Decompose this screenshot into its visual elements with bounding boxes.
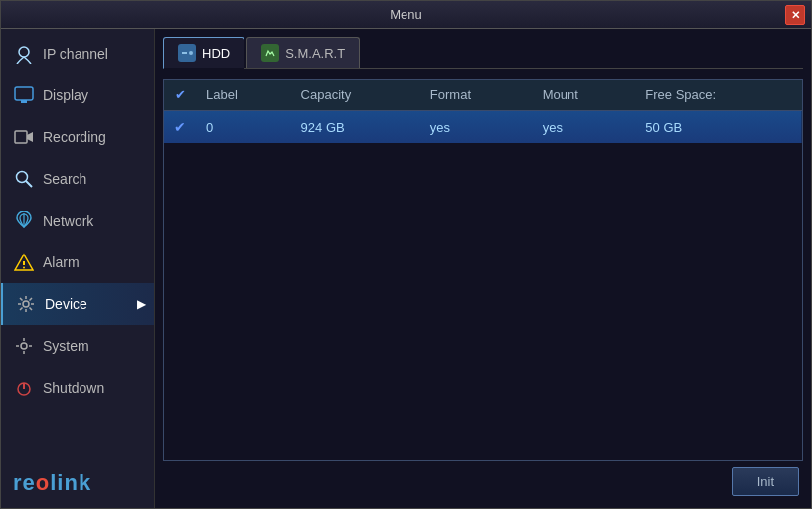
svg-point-12 (21, 343, 27, 349)
sidebar: IP channel Display Recording Search (1, 29, 155, 508)
table-header-freespace: Free Space: (635, 80, 802, 111)
tab-bar: HDD S.M.A.R.T (163, 37, 803, 69)
svg-point-16 (189, 51, 193, 55)
sidebar-item-ip-channel[interactable]: IP channel (1, 33, 154, 75)
sidebar-item-shutdown[interactable]: Shutdown (1, 367, 154, 409)
ip-channel-icon (13, 43, 35, 65)
sidebar-label-ip-channel: IP channel (43, 46, 108, 62)
bottom-bar: Init (163, 461, 803, 500)
sidebar-label-system: System (43, 338, 89, 354)
row-checkbox[interactable]: ✔ (164, 111, 196, 144)
tab-hdd[interactable]: HDD (163, 37, 244, 69)
svg-point-10 (23, 267, 25, 269)
table-header-label: Label (196, 80, 291, 111)
close-button[interactable]: ✕ (785, 5, 805, 25)
sidebar-label-display: Display (43, 87, 88, 103)
sidebar-label-search: Search (43, 171, 86, 187)
row-capacity: 924 GB (291, 111, 420, 144)
sidebar-label-recording: Recording (43, 129, 106, 145)
svg-point-11 (23, 301, 29, 307)
tab-smart[interactable]: S.M.A.R.T (246, 37, 360, 68)
svg-line-6 (26, 181, 32, 187)
search-icon (13, 168, 35, 190)
sidebar-item-recording[interactable]: Recording (1, 116, 154, 158)
display-icon (13, 85, 35, 106)
table-header-format: Format (420, 80, 533, 111)
recording-icon (13, 126, 35, 148)
svg-rect-1 (15, 87, 33, 100)
content-area: HDD S.M.A.R.T ✔ (155, 29, 811, 508)
table-header-row: ✔ Label Capacity Format Mount Free Space… (164, 80, 802, 111)
smart-tab-label: S.M.A.R.T (285, 46, 345, 61)
svg-rect-2 (21, 100, 27, 103)
sidebar-label-alarm: Alarm (43, 254, 80, 270)
init-button[interactable]: Init (732, 467, 799, 496)
smart-tab-icon (261, 44, 279, 62)
main-area: IP channel Display Recording Search (1, 29, 811, 508)
sidebar-item-search[interactable]: Search (1, 158, 154, 200)
svg-point-5 (17, 172, 28, 183)
logo-text: reolink (13, 470, 91, 496)
table-header-checkbox: ✔ (164, 80, 196, 111)
main-window: Menu ✕ IP channel Display Reco (0, 0, 812, 509)
hdd-table: ✔ Label Capacity Format Mount Free Space… (163, 79, 803, 461)
window-title: Menu (390, 7, 422, 22)
sidebar-item-device[interactable]: Device ▶ (1, 283, 154, 325)
table-header-capacity: Capacity (291, 80, 420, 111)
hdd-tab-label: HDD (202, 46, 230, 61)
sidebar-logo: reolink (1, 460, 154, 508)
sidebar-label-device: Device (45, 296, 87, 312)
device-arrow-icon: ▶ (137, 297, 146, 311)
shutdown-icon (13, 377, 35, 399)
svg-point-0 (19, 47, 29, 57)
row-label: 0 (196, 111, 291, 144)
table-header-mount: Mount (533, 80, 636, 111)
row-freespace: 50 GB (635, 111, 802, 144)
sidebar-item-alarm[interactable]: Alarm (1, 242, 154, 283)
system-icon (13, 335, 35, 357)
network-icon (13, 210, 35, 232)
row-format: yes (420, 111, 533, 144)
row-mount: yes (533, 111, 636, 144)
svg-rect-3 (15, 131, 27, 143)
sidebar-label-network: Network (43, 213, 93, 229)
sidebar-item-display[interactable]: Display (1, 75, 154, 116)
device-icon (15, 293, 37, 315)
svg-marker-4 (27, 132, 33, 142)
sidebar-item-network[interactable]: Network (1, 200, 154, 242)
title-bar: Menu ✕ (1, 1, 811, 29)
sidebar-item-system[interactable]: System (1, 325, 154, 367)
table-row[interactable]: ✔ 0 924 GB yes yes 50 GB (164, 111, 802, 144)
sidebar-label-shutdown: Shutdown (43, 380, 104, 396)
hdd-tab-icon (178, 44, 196, 62)
alarm-icon (13, 252, 35, 273)
